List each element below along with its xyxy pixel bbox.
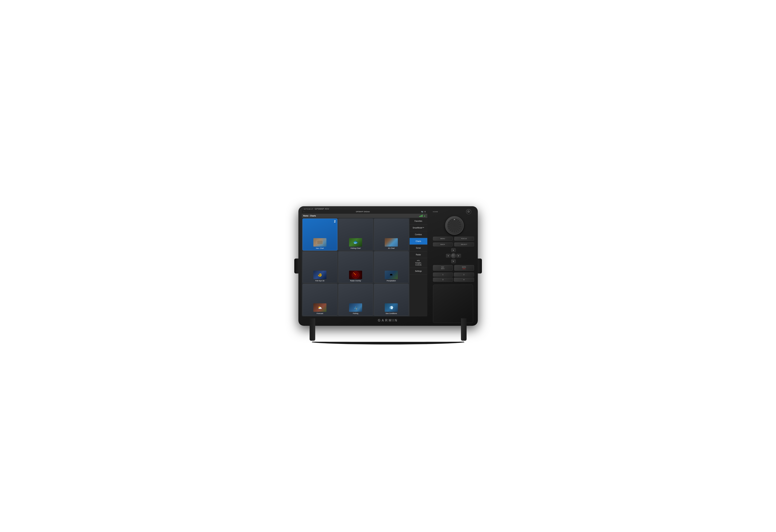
menu-focus-row: MENU FOCUS (433, 237, 476, 241)
screen-content: ← GPSMAP 1042xsv 📷 ⊞ Home - Charts (302, 210, 427, 316)
nav-chart-thumb (313, 238, 327, 247)
sidebar-item-settings[interactable]: Settings (410, 268, 427, 275)
forecast-thumb: ⛅ (313, 303, 327, 312)
main-content: 2 Nav. Chart 🐟 Fishing Chart (302, 218, 427, 316)
precipitation-label: Precipitation (387, 280, 396, 282)
chart-grid: 2 Nav. Chart 🐟 Fishing Chart (302, 218, 410, 316)
touch-pad[interactable] (433, 284, 473, 323)
nav-info-button[interactable]: NAVINFO (433, 265, 453, 271)
grid-item-radar-overlay[interactable]: Radar Overlay (338, 251, 373, 283)
home-label: HOME (433, 211, 438, 213)
dpad-wrapper: ▲ ▼ ◄ ► (433, 248, 476, 263)
signal-indicators: ▲ (419, 215, 426, 217)
fishing-label: Fishing (353, 312, 358, 314)
sidebar-item-smartmode[interactable]: SmartMode™ (410, 225, 427, 231)
mount-arm-left (310, 318, 315, 341)
power-button[interactable]: ⏻ (466, 209, 471, 214)
back-arrow[interactable]: ← (303, 211, 305, 213)
dpad-down[interactable]: ▼ (451, 259, 456, 263)
sidebar: Favorites SmartMode™ Combos Charts Sonar… (410, 218, 427, 316)
signal-bars (419, 215, 423, 217)
num-btn-2[interactable]: 2 (454, 273, 474, 277)
sea-conditions-label: Sea Conditions (385, 312, 397, 314)
right-knob (478, 259, 482, 273)
rotary-texture (447, 218, 461, 232)
precip-thumb: 🌧 (385, 271, 398, 279)
left-knob (294, 259, 299, 273)
breadcrumb-bar: Home - Charts ▲ (302, 214, 427, 218)
top-controls-row: HOME ⏻ (433, 209, 476, 214)
grid-item-3d-chart[interactable]: 3D Chart (374, 219, 409, 251)
back-select-row: BACK SELECT (433, 242, 476, 246)
select-button[interactable]: SELECT (454, 242, 474, 246)
grid-item-fishing[interactable]: 🎣 Fishing (338, 284, 373, 316)
fish-eye-thumb: 🐠 (313, 271, 327, 279)
status-bar: ← GPSMAP 1042xsv 📷 ⊞ (302, 210, 427, 214)
mount-arm-right (461, 318, 466, 341)
brand-text: GARMIN (378, 318, 398, 322)
mount-base (310, 339, 466, 344)
grid-item-sea-conditions[interactable]: 💨 Sea Conditions (374, 284, 409, 316)
sidebar-item-favorites[interactable]: Favorites (410, 218, 427, 225)
d-pad: ▲ ▼ ◄ ► (446, 248, 461, 263)
nav-chart-badge: 2 (334, 220, 336, 223)
3d-chart-label: 3D Chart (388, 247, 395, 249)
camera-icon: 📷 (421, 211, 423, 213)
device-body: GPSMAP GPSMAP XSV ← GPSMAP 1042xsv 📷 ⊞ (299, 206, 478, 326)
num-btn-3[interactable]: 3 (433, 278, 453, 282)
grid-item-fish-eye-3d[interactable]: 🐠 Fish Eye 3D (303, 251, 338, 283)
dpad-center (451, 253, 456, 258)
dpad-up[interactable]: ▲ (451, 248, 456, 252)
grid-item-fishing-chart[interactable]: 🐟 Fishing Chart (338, 219, 373, 251)
nav-mark-row: NAVINFO MARKSOS (433, 265, 476, 271)
dpad-right[interactable]: ► (456, 254, 461, 258)
status-icons: 📷 ⊞ (421, 211, 426, 213)
grid-item-forecast[interactable]: ⛅ Forecast (303, 284, 338, 316)
nav-title: GPSMAP 1042xsv (356, 211, 370, 213)
radar-overlay-label: Radar Overlay (350, 280, 361, 282)
focus-button[interactable]: FOCUS (454, 237, 474, 241)
screen-area: ← GPSMAP 1042xsv 📷 ⊞ Home - Charts (302, 210, 427, 316)
sidebar-item-radar[interactable]: Radar (410, 251, 427, 258)
fishing-chart-label: Fishing Chart (351, 247, 361, 249)
back-button[interactable]: BACK (433, 242, 453, 246)
garmin-device: GPSMAP GPSMAP XSV ← GPSMAP 1042xsv 📷 ⊞ (299, 206, 478, 326)
radar-thumb (349, 271, 362, 279)
wifi-icon: ▲ (424, 215, 426, 217)
grid-item-nav-chart[interactable]: 2 Nav. Chart (303, 219, 338, 251)
sidebar-item-av-gauges[interactable]: A/V,Gauges,Controls (410, 258, 427, 268)
sidebar-item-sonar[interactable]: Sonar (410, 245, 427, 251)
sidebar-item-combos[interactable]: Combos (410, 231, 427, 238)
fishing-thumb: 🎣 (349, 303, 362, 312)
mark-sos-button[interactable]: MARKSOS (454, 265, 474, 271)
menu-button[interactable]: MENU (433, 237, 453, 241)
dpad-left[interactable]: ◄ (446, 254, 450, 258)
sidebar-item-charts[interactable]: Charts (410, 238, 427, 245)
fishing-chart-thumb: 🐟 (349, 238, 362, 247)
main-rotary-knob[interactable] (445, 216, 464, 235)
forecast-label: Forecast (317, 312, 323, 314)
number-buttons: 1 2 3 4 (433, 273, 476, 282)
sea-thumb: 💨 (385, 303, 398, 312)
num-btn-1[interactable]: 1 (433, 273, 453, 277)
num-btn-4[interactable]: 4 (454, 278, 474, 282)
grid-icon: ⊞ (424, 211, 426, 213)
controls-panel: HOME ⏻ MENU FOCUS BACK SELECT ▲ ▼ (429, 206, 478, 326)
grid-item-precipitation[interactable]: 🌧 Precipitation (374, 251, 409, 283)
3d-chart-thumb (385, 238, 398, 247)
breadcrumb: Home - Charts (303, 215, 316, 217)
nav-chart-label: Nav. Chart (316, 247, 324, 249)
fish-eye-label: Fish Eye 3D (315, 280, 324, 282)
